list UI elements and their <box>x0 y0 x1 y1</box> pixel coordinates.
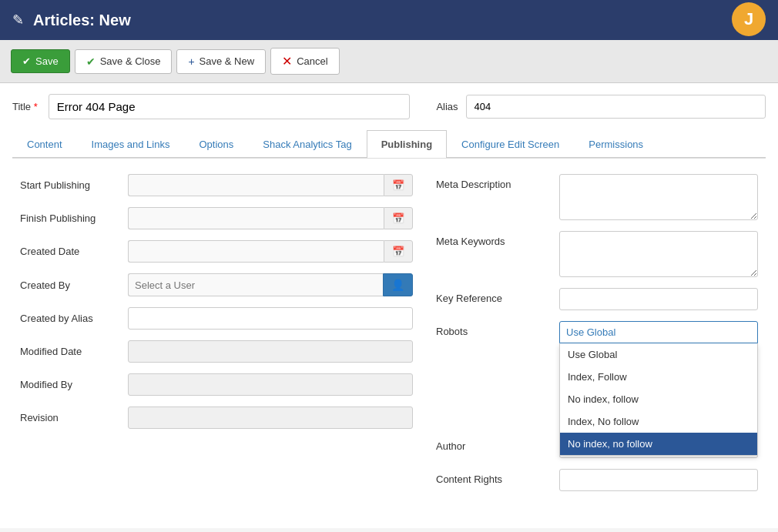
publishing-form: Start Publishing 📅 Finish Publishing 📅 <box>12 159 766 517</box>
revision-label: Revision <box>20 412 128 423</box>
meta-keywords-row: Meta Keywords <box>436 231 758 277</box>
meta-description-input[interactable] <box>559 174 758 220</box>
modified-date-row: Modified Date <box>20 340 413 363</box>
robots-option-index-no-follow[interactable]: Index, No follow <box>560 410 757 433</box>
tab-permissions[interactable]: Permissions <box>574 130 658 158</box>
title-input[interactable] <box>49 94 411 119</box>
finish-publishing-input[interactable] <box>128 207 384 229</box>
cancel-times-icon: ✕ <box>282 54 292 69</box>
tab-configure-edit-screen[interactable]: Configure Edit Screen <box>447 130 574 158</box>
created-by-alias-input[interactable] <box>128 307 413 330</box>
robots-option-use-global[interactable]: Use Global <box>560 343 757 366</box>
key-reference-label: Key Reference <box>436 288 559 304</box>
created-by-row: Created By 👤 <box>20 273 413 296</box>
key-reference-row: Key Reference <box>436 288 758 310</box>
save-new-button[interactable]: + Save & New <box>176 49 266 74</box>
created-date-label: Created Date <box>20 246 128 257</box>
calendar-icon: 📅 <box>392 246 404 257</box>
header-left: ✎ Articles: New <box>12 12 131 29</box>
robots-dropdown[interactable]: Use Global Use Global Index, Follow No i… <box>559 321 758 343</box>
joomla-logo: J <box>732 2 766 38</box>
modified-date-label: Modified Date <box>20 346 128 357</box>
created-by-user-select-btn[interactable]: 👤 <box>383 273 413 296</box>
content-rights-input[interactable] <box>559 469 758 491</box>
revision-row: Revision <box>20 407 413 429</box>
robots-dropdown-list: Use Global Index, Follow No index, follo… <box>559 343 758 456</box>
page-title: Articles: New <box>33 12 131 29</box>
start-publishing-row: Start Publishing 📅 <box>20 174 413 196</box>
created-by-user-group: 👤 <box>128 273 413 296</box>
save-checkmark-icon: ✔ <box>22 55 31 67</box>
start-publishing-input[interactable] <box>128 174 384 196</box>
title-row: Title * Alias <box>12 94 766 119</box>
modified-by-label: Modified By <box>20 379 128 390</box>
created-date-calendar-btn[interactable]: 📅 <box>384 240 413 263</box>
modified-date-input <box>128 340 413 363</box>
page-header: ✎ Articles: New J <box>0 0 778 40</box>
alias-row: Alias <box>421 95 766 119</box>
key-reference-input[interactable] <box>559 288 758 310</box>
content-rights-label: Content Rights <box>436 469 559 485</box>
finish-publishing-label: Finish Publishing <box>20 212 128 224</box>
form-left: Start Publishing 📅 Finish Publishing 📅 <box>20 174 436 502</box>
revision-input <box>128 407 413 429</box>
robots-row: Robots Use Global Use Global Index, Foll… <box>436 321 758 343</box>
robots-option-index-follow[interactable]: Index, Follow <box>560 366 757 388</box>
cancel-button[interactable]: ✕ Cancel <box>270 48 339 75</box>
created-by-alias-label: Created by Alias <box>20 313 128 324</box>
edit-icon: ✎ <box>12 12 24 28</box>
calendar-icon: 📅 <box>392 212 404 224</box>
meta-description-row: Meta Description <box>436 174 758 220</box>
robots-label: Robots <box>436 321 559 337</box>
created-by-alias-row: Created by Alias <box>20 307 413 330</box>
tab-images-links[interactable]: Images and Links <box>77 130 185 158</box>
robots-selected-value: Use Global <box>566 326 615 338</box>
modified-by-row: Modified By <box>20 373 413 396</box>
tab-shack-analytics[interactable]: Shack Analytics Tag <box>248 130 366 158</box>
required-marker: * <box>34 101 38 112</box>
tab-options[interactable]: Options <box>184 130 248 158</box>
start-publishing-date-group: 📅 <box>128 174 413 196</box>
calendar-icon: 📅 <box>392 179 404 191</box>
finish-publishing-calendar-btn[interactable]: 📅 <box>384 207 413 229</box>
meta-keywords-input[interactable] <box>559 231 758 277</box>
user-icon: 👤 <box>391 279 404 291</box>
tab-publishing[interactable]: Publishing <box>367 130 447 158</box>
save-close-button[interactable]: ✔ Save & Close <box>75 49 173 74</box>
form-right: Meta Description Meta Keywords Key Refer… <box>436 174 758 502</box>
alias-label: Alias <box>436 101 458 112</box>
created-date-date-group: 📅 <box>128 240 413 263</box>
tabs-bar: Content Images and Links Options Shack A… <box>12 130 766 158</box>
save-new-plus-icon: + <box>188 55 194 68</box>
svg-text:J: J <box>744 9 753 28</box>
created-date-input[interactable] <box>128 240 384 263</box>
modified-by-input <box>128 373 413 396</box>
alias-input[interactable] <box>466 95 766 119</box>
robots-option-no-index-no-follow[interactable]: No index, no follow <box>560 433 757 455</box>
created-by-label: Created By <box>20 279 128 291</box>
save-close-check-icon: ✔ <box>86 55 96 68</box>
created-by-input[interactable] <box>128 273 383 296</box>
title-label: Title * <box>12 101 38 112</box>
meta-keywords-label: Meta Keywords <box>436 231 559 247</box>
tab-content[interactable]: Content <box>12 130 77 158</box>
content-rights-row: Content Rights <box>436 469 758 491</box>
start-publishing-label: Start Publishing <box>20 179 128 191</box>
created-date-row: Created Date 📅 <box>20 240 413 263</box>
meta-description-label: Meta Description <box>436 174 559 190</box>
content-area: Title * Alias Content Images and Links O… <box>0 83 778 528</box>
robots-dropdown-selected[interactable]: Use Global <box>559 321 758 343</box>
start-publishing-calendar-btn[interactable]: 📅 <box>384 174 413 196</box>
finish-publishing-row: Finish Publishing 📅 <box>20 207 413 229</box>
robots-option-no-index-follow[interactable]: No index, follow <box>560 388 757 410</box>
toolbar: ✔ Save ✔ Save & Close + Save & New ✕ Can… <box>0 40 778 83</box>
finish-publishing-date-group: 📅 <box>128 207 413 229</box>
save-button[interactable]: ✔ Save <box>11 49 70 73</box>
author-label: Author <box>436 436 559 452</box>
